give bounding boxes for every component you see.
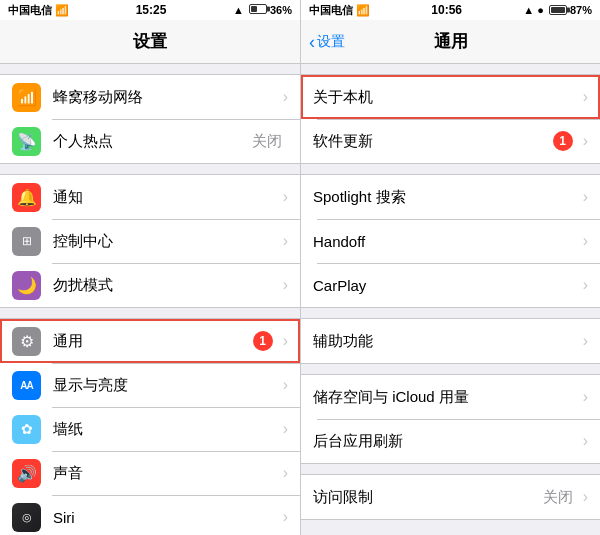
left-section-network: 📶 蜂窝移动网络 › 📡 个人热点 关闭 <box>0 74 300 164</box>
right-section-spotlight: Spotlight 搜索 › Handoff › CarPlay › <box>301 174 600 308</box>
wallpaper-chevron: › <box>283 420 288 438</box>
hotspot-item[interactable]: 📡 个人热点 关闭 <box>0 119 300 163</box>
right-section-storage: 储存空间与 iCloud 用量 › 后台应用刷新 › <box>301 374 600 464</box>
restrictions-chevron: › <box>583 488 588 506</box>
hotspot-value: 关闭 <box>252 132 282 151</box>
dnd-item[interactable]: 🌙 勿扰模式 › <box>0 263 300 307</box>
background-chevron: › <box>583 432 588 450</box>
general-label: 通用 <box>53 332 253 351</box>
spotlight-chevron: › <box>583 188 588 206</box>
right-section-restrictions: 访问限制 关闭 › <box>301 474 600 520</box>
storage-label: 储存空间与 iCloud 用量 <box>313 388 579 407</box>
wallpaper-item[interactable]: ✿ 墙纸 › <box>0 407 300 451</box>
back-chevron: ‹ <box>309 33 315 51</box>
general-badge: 1 <box>253 331 273 351</box>
cellular-label: 蜂窝移动网络 <box>53 88 279 107</box>
left-section-notif: 🔔 通知 › ⊞ 控制中心 › 🌙 勿扰模式 › <box>0 174 300 308</box>
siri-icon: ◎ <box>12 503 41 532</box>
storage-item[interactable]: 储存空间与 iCloud 用量 › <box>301 375 600 419</box>
right-status-right: ▲ ● 87% <box>523 4 592 16</box>
carplay-item[interactable]: CarPlay › <box>301 263 600 307</box>
update-chevron: › <box>583 132 588 150</box>
siri-chevron: › <box>283 508 288 526</box>
left-nav-bar: 设置 <box>0 20 300 64</box>
right-section-accessibility: 辅助功能 › <box>301 318 600 364</box>
update-label: 软件更新 <box>313 132 553 151</box>
right-panel: 中国电信 📶 10:56 ▲ ● 87% ‹ 设置 通用 关于本机 › <box>300 0 600 535</box>
right-battery-fill <box>551 7 565 13</box>
sound-icon: 🔊 <box>12 459 41 488</box>
back-button[interactable]: ‹ 设置 <box>309 33 345 51</box>
sound-item[interactable]: 🔊 声音 › <box>0 451 300 495</box>
left-section-general: ⚙ 通用 1 › AA 显示与亮度 › ✿ 墙纸 › 🔊 声音 › ◎ <box>0 318 300 535</box>
carplay-label: CarPlay <box>313 277 579 294</box>
left-battery-icon <box>247 4 267 16</box>
display-icon: AA <box>12 371 41 400</box>
general-chevron: › <box>283 332 288 350</box>
cellular-item[interactable]: 📶 蜂窝移动网络 › <box>0 75 300 119</box>
right-signal: ▲ ● <box>523 4 544 16</box>
r-sep5 <box>301 464 600 474</box>
about-item[interactable]: 关于本机 › <box>301 75 600 119</box>
sep2 <box>0 164 300 174</box>
right-section-about: 关于本机 › 软件更新 1 › <box>301 74 600 164</box>
general-icon: ⚙ <box>12 327 41 356</box>
battery-fill <box>251 6 257 12</box>
general-item[interactable]: ⚙ 通用 1 › <box>0 319 300 363</box>
handoff-label: Handoff <box>313 233 579 250</box>
spotlight-item[interactable]: Spotlight 搜索 › <box>301 175 600 219</box>
left-status-right: ▲ 36% <box>233 4 292 16</box>
back-label: 设置 <box>317 33 345 51</box>
restrictions-label: 访问限制 <box>313 488 543 507</box>
background-label: 后台应用刷新 <box>313 432 579 451</box>
update-item[interactable]: 软件更新 1 › <box>301 119 600 163</box>
controlcenter-item[interactable]: ⊞ 控制中心 › <box>0 219 300 263</box>
left-signal: ▲ <box>233 4 244 16</box>
left-carrier: 中国电信 <box>8 3 52 18</box>
storage-chevron: › <box>583 388 588 406</box>
right-wifi-icon: 📶 <box>356 4 370 17</box>
notification-item[interactable]: 🔔 通知 › <box>0 175 300 219</box>
siri-label: Siri <box>53 509 279 526</box>
notification-label: 通知 <box>53 188 279 207</box>
wallpaper-label: 墙纸 <box>53 420 279 439</box>
left-battery-pct: 36% <box>270 4 292 16</box>
controlcenter-icon: ⊞ <box>12 227 41 256</box>
sound-label: 声音 <box>53 464 279 483</box>
right-battery-pct: 87% <box>570 4 592 16</box>
carplay-chevron: › <box>583 276 588 294</box>
sound-chevron: › <box>283 464 288 482</box>
accessibility-label: 辅助功能 <box>313 332 579 351</box>
accessibility-item[interactable]: 辅助功能 › <box>301 319 600 363</box>
left-time: 15:25 <box>136 3 167 17</box>
hotspot-icon: 📡 <box>12 127 41 156</box>
restrictions-value: 关闭 <box>543 488 573 507</box>
left-settings-list[interactable]: 📶 蜂窝移动网络 › 📡 个人热点 关闭 🔔 通知 › ⊞ 控制中心 › <box>0 64 300 535</box>
update-badge: 1 <box>553 131 573 151</box>
background-item[interactable]: 后台应用刷新 › <box>301 419 600 463</box>
left-status-left: 中国电信 📶 <box>8 3 69 18</box>
notification-icon: 🔔 <box>12 183 41 212</box>
handoff-item[interactable]: Handoff › <box>301 219 600 263</box>
notification-chevron: › <box>283 188 288 206</box>
r-sep3 <box>301 308 600 318</box>
right-status-bar: 中国电信 📶 10:56 ▲ ● 87% <box>301 0 600 20</box>
cellular-chevron: › <box>283 88 288 106</box>
right-settings-list[interactable]: 关于本机 › 软件更新 1 › Spotlight 搜索 › Handoff ›… <box>301 64 600 535</box>
restrictions-item[interactable]: 访问限制 关闭 › <box>301 475 600 519</box>
right-nav-title: 通用 <box>434 30 468 53</box>
left-panel: 中国电信 📶 15:25 ▲ 36% 设置 📶 蜂窝移动网络 › <box>0 0 300 535</box>
r-sep6 <box>301 520 600 530</box>
display-label: 显示与亮度 <box>53 376 279 395</box>
siri-item[interactable]: ◎ Siri › <box>0 495 300 535</box>
dnd-icon: 🌙 <box>12 271 41 300</box>
left-nav-title: 设置 <box>133 30 167 53</box>
dnd-label: 勿扰模式 <box>53 276 279 295</box>
wallpaper-icon: ✿ <box>12 415 41 444</box>
right-time: 10:56 <box>431 3 462 17</box>
about-chevron: › <box>583 88 588 106</box>
handoff-chevron: › <box>583 232 588 250</box>
sep3 <box>0 308 300 318</box>
cellular-icon: 📶 <box>12 83 41 112</box>
display-item[interactable]: AA 显示与亮度 › <box>0 363 300 407</box>
